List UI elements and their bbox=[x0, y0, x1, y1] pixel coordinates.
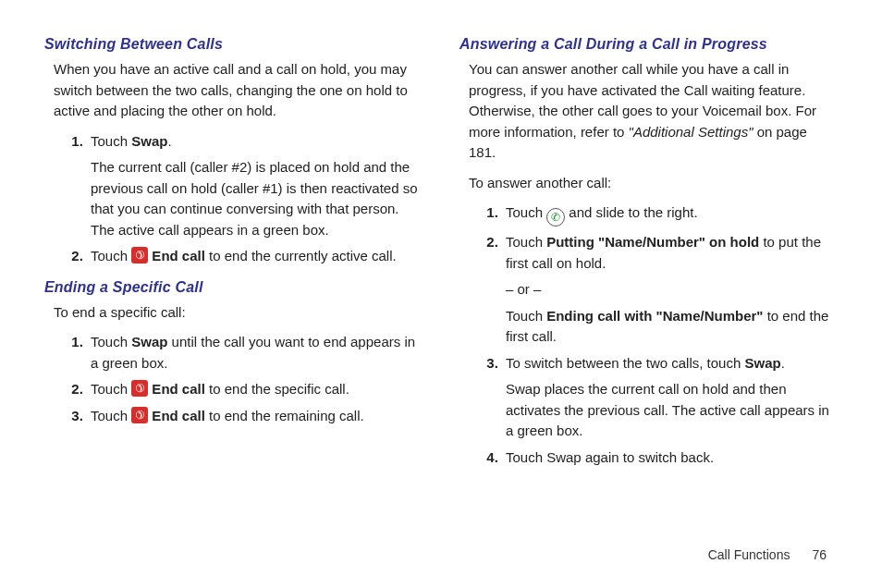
step-item: To switch between the two calls, touch S… bbox=[502, 353, 838, 442]
footer-section-name: Call Functions bbox=[708, 547, 790, 562]
step-text: Touch bbox=[506, 234, 546, 250]
step-item: Touch Swap again to switch back. bbox=[502, 447, 838, 469]
step-subtext: Swap places the current call on hold and… bbox=[506, 379, 838, 442]
swap-label: Swap bbox=[744, 355, 780, 371]
answer-call-icon: ✆ bbox=[546, 208, 565, 227]
step-item: Touch Putting "Name/Number" on hold to p… bbox=[502, 232, 838, 348]
manual-page: Switching Between Calls When you have an… bbox=[0, 0, 882, 588]
intro-ending: To end a specific call: bbox=[54, 302, 423, 324]
step-alt: Touch Ending call with "Name/Number" to … bbox=[506, 306, 838, 348]
right-column: Answering a Call During a Call in Progre… bbox=[459, 33, 838, 570]
step-item: Touch End call to end the currently acti… bbox=[87, 246, 423, 267]
step-text: Touch bbox=[91, 381, 131, 397]
swap-label: Swap bbox=[131, 133, 167, 149]
steps-ending: Touch Swap until the call you want to en… bbox=[44, 332, 423, 426]
step-text: Touch bbox=[91, 248, 131, 263]
heading-switching-between-calls: Switching Between Calls bbox=[44, 33, 423, 55]
step-text: Touch bbox=[506, 204, 546, 220]
step-subtext: The current call (caller #2) is placed o… bbox=[91, 157, 423, 240]
step-text: . bbox=[781, 355, 785, 371]
step-text: Touch bbox=[91, 408, 131, 423]
step-text: Touch bbox=[91, 334, 131, 349]
putting-on-hold-label: Putting "Name/Number" on hold bbox=[546, 234, 759, 250]
step-item: Touch End call to end the specific call. bbox=[87, 379, 423, 400]
end-call-icon bbox=[131, 407, 148, 423]
heading-ending-specific-call: Ending a Specific Call bbox=[44, 276, 423, 299]
step-text: to end the currently active call. bbox=[205, 248, 397, 263]
step-item: Touch Swap. The current call (caller #2)… bbox=[87, 131, 423, 241]
footer-page-number: 76 bbox=[812, 547, 827, 562]
end-call-label: End call bbox=[148, 381, 205, 397]
end-call-label: End call bbox=[148, 248, 205, 263]
intro-answering: You can answer another call while you ha… bbox=[469, 59, 838, 164]
step-item: Touch ✆ and slide to the right. bbox=[502, 202, 838, 227]
lead-answering: To answer another call: bbox=[469, 173, 838, 194]
end-call-icon bbox=[131, 247, 148, 263]
swap-label: Swap bbox=[131, 334, 167, 349]
steps-switching: Touch Swap. The current call (caller #2)… bbox=[44, 131, 423, 267]
step-text: to end the remaining call. bbox=[205, 408, 364, 423]
left-column: Switching Between Calls When you have an… bbox=[44, 33, 423, 570]
step-text: Touch bbox=[506, 308, 546, 324]
end-call-icon bbox=[131, 380, 148, 397]
step-item: Touch End call to end the remaining call… bbox=[87, 406, 423, 427]
heading-answering-call-in-progress: Answering a Call During a Call in Progre… bbox=[459, 33, 838, 55]
two-column-layout: Switching Between Calls When you have an… bbox=[44, 33, 838, 570]
intro-switching: When you have an active call and a call … bbox=[54, 59, 423, 122]
step-text: Touch Swap again to switch back. bbox=[506, 449, 714, 465]
step-text: to end the specific call. bbox=[205, 381, 349, 397]
page-footer: Call Functions76 bbox=[708, 547, 827, 562]
step-item: Touch Swap until the call you want to en… bbox=[87, 332, 423, 374]
end-call-label: End call bbox=[148, 408, 205, 423]
step-text: and slide to the right. bbox=[565, 204, 697, 220]
ending-call-with-label: Ending call with "Name/Number" bbox=[546, 308, 763, 324]
step-text: To switch between the two calls, touch bbox=[506, 355, 744, 371]
cross-reference: "Additional Settings" bbox=[629, 124, 753, 140]
or-separator: – or – bbox=[506, 279, 838, 300]
steps-answering: Touch ✆ and slide to the right. Touch Pu… bbox=[459, 202, 838, 468]
step-text: Touch bbox=[91, 133, 131, 149]
step-text: . bbox=[167, 133, 171, 149]
